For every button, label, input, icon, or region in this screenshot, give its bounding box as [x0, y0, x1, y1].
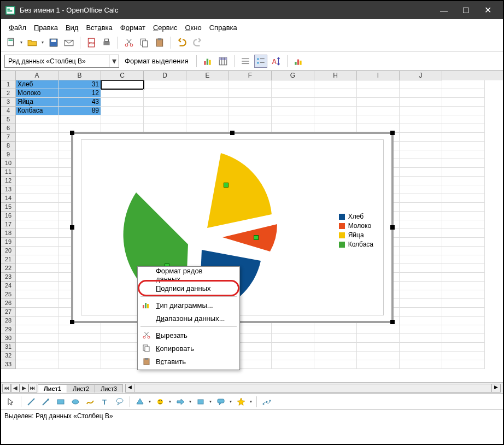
- cell[interactable]: [357, 98, 400, 107]
- menu-tools[interactable]: Сервис: [150, 22, 181, 33]
- tab-nav-last[interactable]: ⏭: [28, 384, 37, 393]
- pdf-export-button[interactable]: PDF: [85, 36, 98, 49]
- points-tool[interactable]: [260, 395, 273, 408]
- cell[interactable]: [16, 255, 58, 264]
- cell[interactable]: [442, 255, 485, 264]
- horizontal-scrollbar[interactable]: ◀ ▶: [125, 384, 501, 393]
- cell[interactable]: [400, 247, 442, 255]
- col-header[interactable]: A: [16, 71, 58, 80]
- new-doc-dropdown[interactable]: ▾: [19, 40, 24, 45]
- cell[interactable]: [400, 308, 442, 317]
- cell[interactable]: [357, 352, 400, 360]
- cell[interactable]: [16, 282, 58, 290]
- row-header[interactable]: 29: [1, 325, 16, 334]
- row-header[interactable]: 22: [1, 264, 16, 273]
- resize-handle[interactable]: [230, 131, 235, 135]
- cell[interactable]: [16, 220, 58, 229]
- cell[interactable]: [101, 115, 144, 124]
- cell[interactable]: [16, 273, 58, 282]
- format-selection-label[interactable]: Формат выделения: [121, 57, 192, 65]
- col-header[interactable]: J: [400, 71, 442, 80]
- new-doc-button[interactable]: [4, 36, 17, 49]
- row-header[interactable]: 33: [1, 360, 16, 369]
- tab-nav-first[interactable]: ⏮: [2, 384, 11, 393]
- row-header[interactable]: 10: [1, 159, 16, 168]
- cell[interactable]: 12: [58, 89, 101, 98]
- callouts-tool[interactable]: [214, 395, 227, 408]
- cell[interactable]: [400, 203, 442, 212]
- cell[interactable]: [144, 98, 186, 107]
- cell[interactable]: [144, 80, 186, 89]
- cell[interactable]: [442, 299, 485, 308]
- cell[interactable]: [58, 334, 101, 343]
- cell[interactable]: [442, 142, 485, 150]
- open-dropdown[interactable]: ▾: [40, 40, 45, 45]
- resize-handle[interactable]: [70, 225, 74, 230]
- cell[interactable]: [357, 80, 400, 89]
- menu-view[interactable]: Вид: [62, 22, 82, 33]
- cell[interactable]: [400, 264, 442, 273]
- row-header[interactable]: 8: [1, 142, 16, 150]
- cell[interactable]: [400, 177, 442, 185]
- cell[interactable]: [314, 115, 357, 124]
- cell[interactable]: [400, 194, 442, 203]
- cell[interactable]: [400, 107, 442, 115]
- cell[interactable]: [442, 290, 485, 299]
- cell[interactable]: [442, 203, 485, 212]
- cell[interactable]: [16, 177, 58, 185]
- row-header[interactable]: 32: [1, 352, 16, 360]
- cell[interactable]: [357, 360, 400, 369]
- cell[interactable]: [272, 80, 314, 89]
- legend-button[interactable]: [254, 55, 267, 68]
- freeform-tool[interactable]: [84, 395, 97, 408]
- cell[interactable]: [400, 290, 442, 299]
- cell[interactable]: [442, 220, 485, 229]
- legend-item[interactable]: Молоко: [339, 222, 373, 230]
- redo-button[interactable]: [191, 36, 204, 49]
- callout-tool[interactable]: [113, 395, 126, 408]
- cell[interactable]: [16, 317, 58, 325]
- cell[interactable]: [16, 124, 58, 133]
- cell[interactable]: [272, 352, 314, 360]
- cell[interactable]: [16, 142, 58, 150]
- cell[interactable]: [442, 282, 485, 290]
- col-header[interactable]: D: [144, 71, 186, 80]
- col-header[interactable]: F: [229, 71, 272, 80]
- row-header[interactable]: 5: [1, 115, 16, 124]
- cell[interactable]: [442, 115, 485, 124]
- cell[interactable]: [229, 89, 272, 98]
- cell[interactable]: [58, 360, 101, 369]
- cell[interactable]: [16, 343, 58, 352]
- paste-button[interactable]: [153, 36, 166, 49]
- ctx-cut[interactable]: Вырезать: [139, 329, 238, 342]
- cell[interactable]: [272, 107, 314, 115]
- col-header[interactable]: G: [272, 71, 314, 80]
- cell[interactable]: [314, 360, 357, 369]
- cell[interactable]: [16, 299, 58, 308]
- cell[interactable]: [442, 133, 485, 142]
- cell[interactable]: [186, 80, 229, 89]
- cell[interactable]: [314, 80, 357, 89]
- rect-tool[interactable]: [54, 395, 67, 408]
- cell[interactable]: [400, 360, 442, 369]
- row-header[interactable]: 7: [1, 133, 16, 142]
- resize-handle[interactable]: [70, 131, 74, 135]
- cell[interactable]: [144, 115, 186, 124]
- row-header[interactable]: 18: [1, 229, 16, 238]
- cell[interactable]: [186, 115, 229, 124]
- col-header[interactable]: C: [101, 71, 144, 80]
- cell[interactable]: [101, 98, 144, 107]
- row-header[interactable]: 19: [1, 238, 16, 247]
- row-header[interactable]: 6: [1, 124, 16, 133]
- text-tool[interactable]: T: [98, 395, 112, 408]
- cell[interactable]: [400, 255, 442, 264]
- cell[interactable]: [357, 89, 400, 98]
- save-button[interactable]: [47, 36, 60, 49]
- email-button[interactable]: [62, 36, 75, 49]
- row-header[interactable]: 14: [1, 194, 16, 203]
- cell[interactable]: [442, 317, 485, 325]
- name-box-caret-icon[interactable]: ▾: [109, 55, 119, 67]
- pie-slice-yellow[interactable]: [207, 153, 272, 228]
- symbol-shapes-tool[interactable]: [154, 395, 167, 408]
- print-button[interactable]: [100, 36, 113, 49]
